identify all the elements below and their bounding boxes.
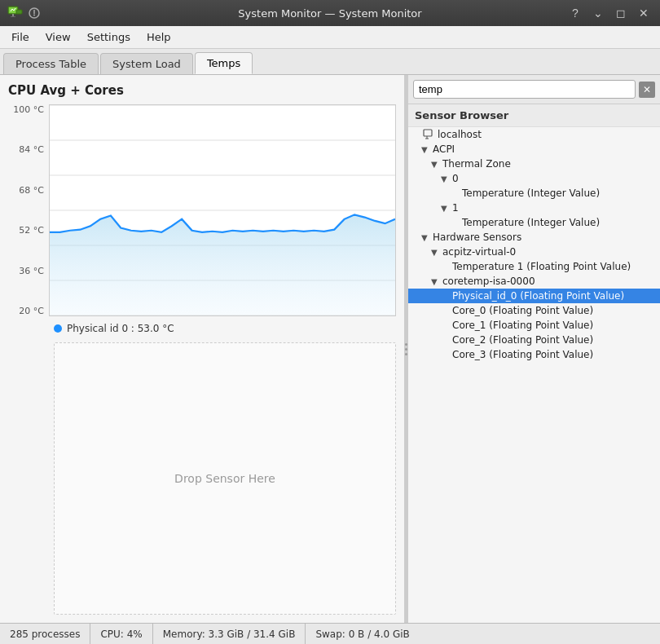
tree-label: Temperature (Integer Value) bbox=[462, 217, 600, 228]
status-memory: Memory: 3.3 GiB / 31.4 GiB bbox=[153, 624, 306, 644]
tree-item-core-3[interactable]: Core_3 (Floating Point Value) bbox=[408, 347, 660, 362]
view-menu[interactable]: View bbox=[37, 28, 79, 46]
minimize-button[interactable]: ⌄ bbox=[588, 3, 608, 23]
left-panel: CPU Avg + Cores 100 °C 84 °C 68 °C 52 °C… bbox=[0, 75, 404, 623]
status-swap: Swap: 0 B / 4.0 GiB bbox=[306, 624, 419, 644]
sensor-tree: localhost ▼ ACPI ▼ Thermal Zone ▼ 0 Temp… bbox=[408, 127, 660, 623]
titlebar: System Monitor — System Monitor ? ⌄ ◻ ✕ bbox=[0, 0, 660, 26]
tree-item-tz-0[interactable]: ▼ 0 bbox=[408, 171, 660, 186]
svg-rect-3 bbox=[11, 16, 15, 17]
expander-icon bbox=[451, 189, 462, 198]
search-bar: ✕ bbox=[408, 75, 660, 104]
legend-label: Physical id 0 : 53.0 °C bbox=[67, 323, 174, 334]
expander-icon bbox=[411, 130, 423, 139]
close-button[interactable]: ✕ bbox=[634, 3, 653, 23]
tree-label: 1 bbox=[452, 202, 459, 214]
svg-rect-16 bbox=[424, 130, 432, 136]
right-panel: ✕ Sensor Browser localhost ▼ ACPI bbox=[407, 75, 660, 623]
expander-icon bbox=[441, 307, 452, 315]
y-label-3: 52 °C bbox=[19, 225, 44, 236]
tree-label: Physical_id_0 (Floating Point Value) bbox=[452, 290, 624, 302]
tree-label: Core_3 (Floating Point Value) bbox=[452, 349, 593, 360]
tree-label: Temperature (Integer Value) bbox=[462, 187, 600, 199]
chart-graph bbox=[49, 104, 396, 316]
statusbar: 285 processes CPU: 4% Memory: 3.3 GiB / … bbox=[0, 623, 660, 644]
tree-item-tz1-temp[interactable]: Temperature (Integer Value) bbox=[408, 215, 660, 230]
tree-label: Core_0 (Floating Point Value) bbox=[452, 305, 593, 316]
file-menu[interactable]: File bbox=[3, 28, 37, 46]
expander-icon bbox=[441, 292, 452, 301]
tree-label: 0 bbox=[452, 173, 459, 184]
tree-item-hardware-sensors[interactable]: ▼ Hardware Sensors bbox=[408, 230, 660, 245]
help-menu[interactable]: Help bbox=[139, 28, 179, 46]
tree-item-core-2[interactable]: Core_2 (Floating Point Value) bbox=[408, 333, 660, 347]
pin-icon bbox=[28, 7, 41, 20]
chart-title: CPU Avg + Cores bbox=[8, 83, 396, 98]
svg-rect-4 bbox=[16, 10, 22, 14]
tree-label: ACPI bbox=[433, 143, 455, 155]
tree-item-acpitz[interactable]: ▼ acpitz-virtual-0 bbox=[408, 245, 660, 259]
search-input[interactable] bbox=[413, 80, 636, 99]
tree-item-acpi[interactable]: ▼ ACPI bbox=[408, 142, 660, 157]
chart-area: 100 °C 84 °C 68 °C 52 °C 36 °C 20 °C bbox=[8, 104, 396, 316]
tree-item-acpitz-temp1[interactable]: Temperature 1 (Floating Point Value) bbox=[408, 259, 660, 274]
settings-menu[interactable]: Settings bbox=[79, 28, 139, 46]
tree-label: Core_1 (Floating Point Value) bbox=[452, 320, 593, 331]
tree-label: coretemp-isa-0000 bbox=[442, 276, 535, 287]
expander-icon: ▼ bbox=[431, 248, 442, 257]
tree-item-core-0[interactable]: Core_0 (Floating Point Value) bbox=[408, 303, 660, 318]
temps-tab[interactable]: Temps bbox=[195, 52, 253, 74]
app-icon bbox=[7, 5, 23, 21]
main-content: CPU Avg + Cores 100 °C 84 °C 68 °C 52 °C… bbox=[0, 75, 660, 623]
tree-label: Hardware Sensors bbox=[433, 232, 521, 243]
expander-icon: ▼ bbox=[441, 204, 452, 213]
y-axis: 100 °C 84 °C 68 °C 52 °C 36 °C 20 °C bbox=[8, 104, 49, 316]
process-table-tab[interactable]: Process Table bbox=[3, 53, 99, 74]
tree-item-tz0-temp[interactable]: Temperature (Integer Value) bbox=[408, 186, 660, 201]
titlebar-left bbox=[7, 5, 41, 21]
expander-icon bbox=[441, 262, 452, 271]
drop-zone[interactable]: Drop Sensor Here bbox=[54, 342, 396, 615]
expander-icon: ▼ bbox=[421, 233, 433, 242]
tree-label: Temperature 1 (Floating Point Value) bbox=[452, 261, 631, 272]
y-label-6: 100 °C bbox=[13, 104, 44, 115]
menubar: File View Settings Help bbox=[0, 26, 660, 49]
maximize-button[interactable]: ◻ bbox=[611, 3, 631, 23]
tabbar: Process Table System Load Temps bbox=[0, 49, 660, 75]
expander-icon bbox=[451, 218, 462, 227]
tree-item-core-1[interactable]: Core_1 (Floating Point Value) bbox=[408, 318, 660, 333]
expander-icon bbox=[441, 351, 452, 359]
status-processes: 285 processes bbox=[0, 624, 90, 644]
tree-label: Core_2 (Floating Point Value) bbox=[452, 334, 593, 346]
y-label-2: 36 °C bbox=[19, 266, 44, 276]
expander-icon: ▼ bbox=[431, 160, 442, 169]
help-titlebar-button[interactable]: ? bbox=[565, 3, 585, 23]
expander-icon: ▼ bbox=[421, 145, 433, 154]
svg-point-7 bbox=[33, 15, 35, 16]
tree-item-tz-1[interactable]: ▼ 1 bbox=[408, 201, 660, 215]
drop-zone-label: Drop Sensor Here bbox=[174, 472, 275, 485]
expander-icon bbox=[441, 321, 452, 330]
search-clear-button[interactable]: ✕ bbox=[639, 82, 655, 98]
expander-icon: ▼ bbox=[441, 174, 452, 183]
monitor-icon bbox=[423, 129, 434, 140]
chart-legend: Physical id 0 : 53.0 °C bbox=[54, 323, 396, 334]
status-cpu: CPU: 4% bbox=[90, 624, 152, 644]
sensor-browser-title: Sensor Browser bbox=[408, 104, 660, 127]
tree-label: acpitz-virtual-0 bbox=[442, 246, 516, 258]
svg-rect-2 bbox=[12, 14, 14, 16]
window-title: System Monitor — System Monitor bbox=[238, 7, 421, 20]
y-label-5: 84 °C bbox=[19, 144, 44, 155]
tree-item-thermal-zone[interactable]: ▼ Thermal Zone bbox=[408, 157, 660, 171]
tree-label: Thermal Zone bbox=[442, 158, 511, 170]
window-controls: ? ⌄ ◻ ✕ bbox=[565, 3, 653, 23]
legend-dot bbox=[54, 324, 62, 333]
expander-icon: ▼ bbox=[431, 277, 442, 286]
y-label-1: 20 °C bbox=[19, 306, 44, 316]
tree-item-localhost[interactable]: localhost bbox=[408, 127, 660, 142]
tree-item-physical-id-0[interactable]: Physical_id_0 (Floating Point Value) bbox=[408, 289, 660, 303]
tree-item-coretemp[interactable]: ▼ coretemp-isa-0000 bbox=[408, 274, 660, 289]
expander-icon bbox=[441, 336, 452, 345]
system-load-tab[interactable]: System Load bbox=[100, 53, 193, 74]
y-label-4: 68 °C bbox=[19, 185, 44, 196]
